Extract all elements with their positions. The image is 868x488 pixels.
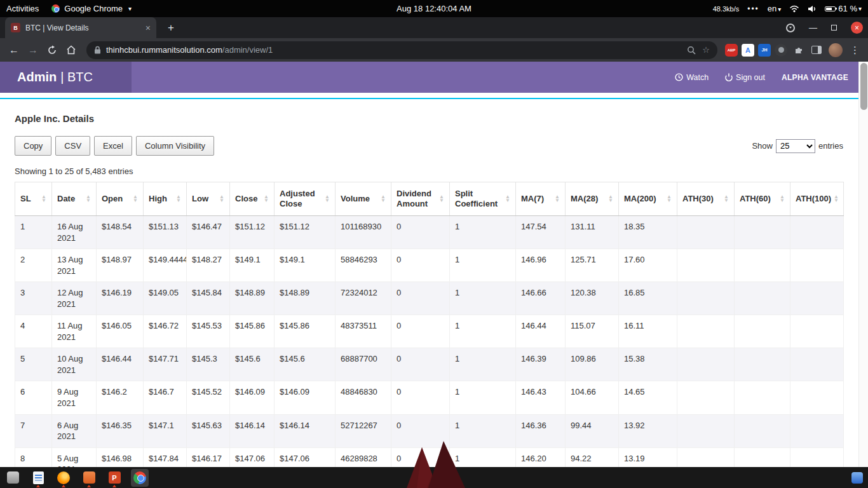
column-header-ath-30[interactable]: ATH(30)▲▼ [677,182,735,216]
extension-icon[interactable] [775,44,787,57]
taskbar-firefox-button[interactable] [55,469,72,487]
sort-icon[interactable]: ▲▼ [834,195,839,203]
watch-link[interactable]: Watch [675,73,709,82]
taskbar-chrome-button[interactable] [131,469,149,487]
minimize-button[interactable]: — [809,23,817,32]
tab-search-icon[interactable] [786,24,795,32]
table-cell: 15.38 [619,348,677,381]
side-panel-icon[interactable] [811,46,822,54]
browser-menu-icon[interactable]: ⋮ [847,44,863,56]
screen: Activities Google Chrome ▾ Aug 18 12:40:… [0,0,868,488]
table-cell: $146.47 [187,216,230,249]
sort-icon[interactable]: ▲▼ [41,195,46,203]
zoom-icon[interactable] [687,46,696,55]
taskbar-text-editor-button[interactable] [29,469,47,487]
firefox-icon [57,471,70,484]
indicator-dots-icon[interactable]: ••• [747,4,759,13]
column-header-date[interactable]: Date▲▼ [52,182,97,216]
maximize-button[interactable] [831,25,837,30]
table-cell: $146.7 [144,381,187,414]
table-cell [790,315,844,348]
table-row: 116 Aug 2021$148.54$151.13$146.47$151.12… [15,216,844,249]
new-tab-button[interactable]: + [164,21,178,35]
bookmark-star-icon[interactable]: ☆ [702,45,710,55]
table-cell [677,447,735,467]
tray-icon[interactable] [851,472,863,484]
sort-icon[interactable]: ▲▼ [86,195,91,203]
column-header-volume[interactable]: Volume▲▼ [336,182,391,216]
taskbar-impress-button[interactable]: P [105,469,123,487]
column-header-ma-28[interactable]: MA(28)▲▼ [566,182,619,216]
battery-status[interactable]: 61 % ▾ [825,4,862,13]
table-cell [735,282,790,315]
table-cell [677,414,735,447]
sort-icon[interactable]: ▲▼ [219,195,224,203]
excel-button[interactable]: Excel [94,136,132,156]
table-cell: 16 Aug 2021 [52,216,97,249]
csv-button[interactable]: CSV [55,136,90,156]
column-header-sl[interactable]: SL▲▼ [15,182,52,216]
table-cell: $148.54 [97,216,144,249]
browser-tab[interactable]: B BTC | View Details × [5,17,156,38]
sort-icon[interactable]: ▲▼ [264,195,269,203]
home-icon[interactable] [62,41,80,59]
sort-icon[interactable]: ▲▼ [439,195,444,203]
scrollbar[interactable] [858,62,868,467]
site-brand[interactable]: Admin | BTC [0,62,132,93]
app-menu[interactable]: Google Chrome ▾ [51,4,132,13]
scrollbar-thumb[interactable] [860,63,867,110]
column-header-split-coefficient[interactable]: Split Coefficient▲▼ [450,182,516,216]
column-header-dividend-amount[interactable]: Dividend Amount▲▼ [391,182,450,216]
activities-button[interactable]: Activities [6,4,39,13]
table-cell [677,282,735,315]
back-icon[interactable]: ← [5,41,23,59]
translate-extension-icon[interactable]: A [742,44,754,57]
table-cell: 1 [450,348,516,381]
column-header-adjusted-close[interactable]: Adjusted Close▲▼ [275,182,336,216]
column-header-open[interactable]: Open▲▼ [97,182,144,216]
copy-button[interactable]: Copy [15,136,51,156]
column-header-ath-100[interactable]: ATH(100)▲▼ [790,182,844,216]
column-header-close[interactable]: Close▲▼ [230,182,275,216]
table-cell: 104.66 [566,381,619,414]
address-bar[interactable]: thinhcbui.rummanitsolution.com/admin/vie… [86,41,717,59]
sort-icon[interactable]: ▲▼ [608,195,613,203]
table-cell: 146.39 [516,348,566,381]
sort-icon[interactable]: ▲▼ [555,195,560,203]
page-length-select[interactable]: 25 [776,139,815,153]
sign-out-link[interactable]: Sign out [725,73,765,82]
keyboard-layout[interactable]: en▾ [768,4,782,13]
sort-icon[interactable]: ▲▼ [133,195,138,203]
column-header-high[interactable]: High▲▼ [144,182,187,216]
extensions-puzzle-icon[interactable] [790,41,808,59]
forward-icon[interactable]: → [24,41,42,59]
table-cell [790,216,844,249]
column-header-ath-60[interactable]: ATH(60)▲▼ [735,182,790,216]
sort-icon[interactable]: ▲▼ [325,195,330,203]
sort-icon[interactable]: ▲▼ [176,195,181,203]
column-header-low[interactable]: Low▲▼ [187,182,230,216]
taskbar-files-button[interactable] [4,469,22,487]
close-window-button[interactable]: × [851,22,863,34]
table-cell: $146.35 [97,414,144,447]
sort-icon[interactable]: ▲▼ [381,195,386,203]
tab-close-icon[interactable]: × [146,23,151,33]
table-cell: 94.22 [566,447,619,467]
alpha-vantage-logo[interactable]: ALPHA VANTAGE [782,73,848,82]
column-header-ma-7[interactable]: MA(7)▲▼ [516,182,566,216]
column-header-ma-200[interactable]: MA(200)▲▼ [619,182,677,216]
sort-icon[interactable]: ▲▼ [505,195,510,203]
clock[interactable]: Aug 18 12:40:04 AM [397,4,471,13]
sort-icon[interactable]: ▲▼ [724,195,729,203]
column-label: ATH(60) [740,194,771,204]
jh-extension-icon[interactable]: JH [758,44,771,57]
reload-icon[interactable] [43,41,61,59]
adblock-extension-icon[interactable]: ABP [725,44,738,57]
table-cell [677,315,735,348]
column-visibility-button[interactable]: Column Visibility [136,136,214,156]
table-cell: 0 [391,381,450,414]
profile-avatar[interactable] [829,43,843,57]
taskbar-app-button[interactable] [80,469,98,487]
sort-icon[interactable]: ▲▼ [667,195,672,203]
sort-icon[interactable]: ▲▼ [780,195,785,203]
